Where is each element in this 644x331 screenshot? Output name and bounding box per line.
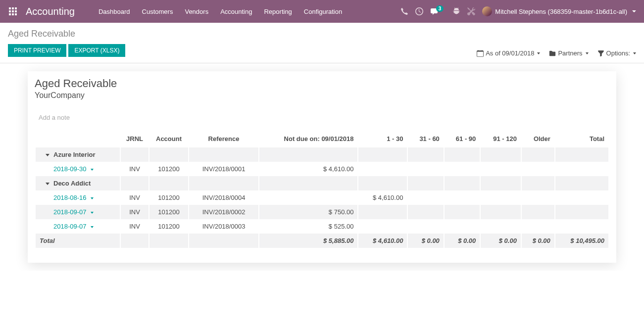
date-link[interactable]: 2018-09-07 bbox=[53, 223, 87, 230]
cell-account: 101200 bbox=[149, 190, 188, 205]
caret-down-icon bbox=[91, 197, 94, 199]
caret-down-icon bbox=[46, 183, 50, 185]
cell-reference: INV/2018/0001 bbox=[189, 162, 258, 176]
apps-icon[interactable] bbox=[4, 7, 22, 15]
total-91-120: $ 0.00 bbox=[481, 234, 521, 248]
cell-jrnl: INV bbox=[121, 190, 149, 205]
cell-jrnl: INV bbox=[121, 205, 149, 219]
messages-icon[interactable]: 3 bbox=[430, 7, 446, 15]
filter-options-label: Options: bbox=[606, 49, 630, 57]
report-table: JRNL Account Reference Not due on: 09/01… bbox=[35, 130, 609, 248]
report-card: Aged Receivable YourCompany Add a note J… bbox=[28, 71, 616, 263]
caret-down-icon bbox=[91, 169, 94, 171]
calendar-icon bbox=[477, 50, 484, 57]
cell-1-30: $ 4,610.00 bbox=[358, 190, 407, 205]
cell-31-60 bbox=[408, 205, 443, 219]
cell-1-30 bbox=[358, 219, 407, 234]
clock-icon[interactable] bbox=[415, 7, 423, 15]
th-jrnl: JRNL bbox=[121, 130, 149, 147]
avatar bbox=[482, 6, 492, 16]
partner-row[interactable]: Azure Interior bbox=[36, 147, 608, 162]
th-older: Older bbox=[522, 130, 554, 147]
export-xlsx-button[interactable]: EXPORT (XLSX) bbox=[68, 44, 125, 57]
total-31-60: $ 0.00 bbox=[408, 234, 443, 248]
cell-91-120 bbox=[481, 219, 521, 234]
cell-not-due: $ 525.00 bbox=[259, 219, 357, 234]
th-account: Account bbox=[149, 130, 188, 147]
table-row: 2018-08-16 INV 101200 INV/2018/0004 $ 4,… bbox=[36, 190, 608, 205]
svg-rect-1 bbox=[12, 7, 14, 9]
report-company: YourCompany bbox=[35, 91, 609, 100]
total-older: $ 0.00 bbox=[522, 234, 554, 248]
nav-dashboard[interactable]: Dashboard bbox=[93, 2, 136, 21]
cell-jrnl: INV bbox=[121, 162, 149, 176]
add-note-input[interactable]: Add a note bbox=[35, 114, 609, 121]
th-61-90: 61 - 90 bbox=[445, 130, 480, 147]
caret-down-icon bbox=[537, 52, 540, 54]
cell-account: 101200 bbox=[149, 205, 188, 219]
filter-date[interactable]: As of 09/01/2018 bbox=[477, 49, 540, 57]
cell-61-90 bbox=[445, 190, 480, 205]
report-title: Aged Receivable bbox=[35, 77, 609, 90]
svg-rect-0 bbox=[9, 7, 11, 9]
date-link[interactable]: 2018-08-16 bbox=[53, 194, 87, 201]
caret-down-icon bbox=[91, 226, 94, 228]
tools-icon[interactable] bbox=[467, 7, 475, 15]
cell-91-120 bbox=[481, 205, 521, 219]
nav-reporting[interactable]: Reporting bbox=[258, 2, 297, 21]
caret-down-icon bbox=[46, 154, 50, 156]
cell-total bbox=[555, 190, 608, 205]
date-link[interactable]: 2018-09-07 bbox=[53, 208, 87, 216]
svg-rect-4 bbox=[12, 10, 14, 12]
filter-partners[interactable]: Partners bbox=[549, 49, 588, 57]
cell-61-90 bbox=[445, 162, 480, 176]
cell-reference: INV/2018/0004 bbox=[189, 190, 258, 205]
messages-badge: 3 bbox=[436, 5, 444, 12]
cell-not-due: $ 4,610.00 bbox=[259, 162, 357, 176]
caret-down-icon bbox=[91, 212, 94, 214]
control-panel: Aged Receivable PRINT PREVIEW EXPORT (XL… bbox=[0, 23, 644, 63]
th-1-30: 1 - 30 bbox=[358, 130, 407, 147]
total-total: $ 10,495.00 bbox=[555, 234, 608, 248]
filter-date-label: As of 09/01/2018 bbox=[486, 49, 534, 57]
filter-partners-label: Partners bbox=[558, 49, 582, 57]
total-61-90: $ 0.00 bbox=[445, 234, 480, 248]
cell-reference: INV/2018/0002 bbox=[189, 205, 258, 219]
table-header-row: JRNL Account Reference Not due on: 09/01… bbox=[36, 130, 608, 147]
caret-down-icon bbox=[586, 52, 589, 54]
table-row: 2018-09-30 INV 101200 INV/2018/0001 $ 4,… bbox=[36, 162, 608, 176]
svg-rect-6 bbox=[9, 13, 11, 15]
cell-not-due: $ 750.00 bbox=[259, 205, 357, 219]
cell-account: 101200 bbox=[149, 219, 188, 234]
nav-vendors[interactable]: Vendors bbox=[179, 2, 214, 21]
cell-31-60 bbox=[408, 219, 443, 234]
cell-not-due bbox=[259, 190, 357, 205]
filter-options[interactable]: Options: bbox=[597, 49, 636, 57]
cell-91-120 bbox=[481, 162, 521, 176]
cell-31-60 bbox=[408, 162, 443, 176]
print-preview-button[interactable]: PRINT PREVIEW bbox=[8, 44, 66, 57]
cell-total bbox=[555, 219, 608, 234]
nav-configuration[interactable]: Configuration bbox=[298, 2, 348, 21]
filter-icon bbox=[597, 50, 604, 57]
cp-buttons: PRINT PREVIEW EXPORT (XLSX) bbox=[8, 44, 125, 57]
date-link[interactable]: 2018-09-30 bbox=[53, 165, 87, 173]
bug-icon[interactable] bbox=[452, 7, 460, 15]
partner-row[interactable]: Deco Addict bbox=[36, 176, 608, 190]
svg-rect-7 bbox=[12, 13, 14, 15]
cell-1-30 bbox=[358, 162, 407, 176]
nav-customers[interactable]: Customers bbox=[136, 2, 179, 21]
nav-accounting[interactable]: Accounting bbox=[214, 2, 258, 21]
total-1-30: $ 4,610.00 bbox=[358, 234, 407, 248]
folder-icon bbox=[549, 50, 556, 57]
app-brand[interactable]: Accounting bbox=[22, 6, 83, 17]
user-menu[interactable]: Mitchell Stephens (368359-master-1b6d1c-… bbox=[482, 6, 636, 16]
navbar: Accounting Dashboard Customers Vendors A… bbox=[0, 0, 644, 23]
cell-jrnl: INV bbox=[121, 219, 149, 234]
phone-icon[interactable] bbox=[400, 7, 408, 15]
cell-total bbox=[555, 162, 608, 176]
th-91-120: 91 - 120 bbox=[481, 130, 521, 147]
breadcrumb: Aged Receivable bbox=[8, 29, 636, 39]
th-name bbox=[36, 130, 120, 147]
caret-down-icon bbox=[633, 52, 636, 54]
